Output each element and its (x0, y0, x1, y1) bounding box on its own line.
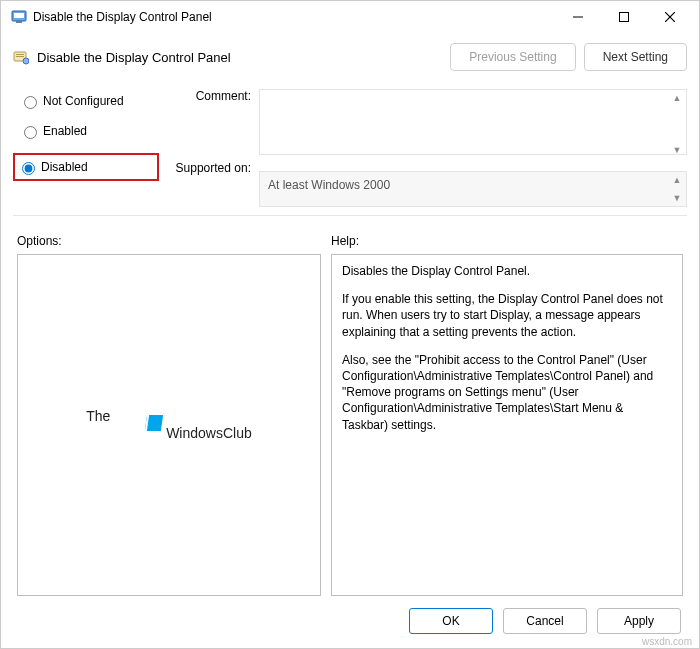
windows-logo-icon (145, 415, 163, 431)
next-setting-button[interactable]: Next Setting (584, 43, 687, 71)
cancel-button[interactable]: Cancel (503, 608, 587, 634)
watermark-line2: WindowsClub (166, 425, 252, 441)
policy-app-icon (11, 9, 27, 25)
supported-scroll[interactable]: ▲ ▼ (671, 175, 683, 203)
radio-enabled-label: Enabled (43, 124, 87, 138)
scroll-down-icon: ▼ (673, 145, 682, 155)
help-pane: Disables the Display Control Panel. If y… (331, 254, 683, 596)
comment-textarea[interactable] (259, 89, 687, 155)
comment-label: Comment: (159, 89, 259, 161)
radio-enabled[interactable]: Enabled (19, 123, 159, 139)
ok-button[interactable]: OK (409, 608, 493, 634)
maximize-button[interactable] (601, 2, 647, 32)
radio-disabled[interactable]: Disabled (13, 153, 159, 181)
panes: The WindowsClub Disables the Display Con… (1, 254, 699, 596)
help-paragraph-2: If you enable this setting, the Display … (342, 291, 672, 340)
close-button[interactable] (647, 2, 693, 32)
window-controls (555, 2, 693, 32)
comment-scroll[interactable]: ▲ ▼ (671, 93, 683, 155)
fields-column: ▲ ▼ At least Windows 2000 ▲ ▼ (259, 81, 687, 207)
previous-setting-button[interactable]: Previous Setting (450, 43, 575, 71)
policy-editor-window: Disable the Display Control Panel Disabl… (0, 0, 700, 649)
policy-item-icon (13, 49, 29, 65)
radio-not-configured[interactable]: Not Configured (19, 93, 159, 109)
supported-wrap: At least Windows 2000 ▲ ▼ (259, 171, 687, 207)
state-radio-group: Not Configured Enabled Disabled (19, 81, 159, 207)
svg-point-10 (23, 58, 29, 64)
radio-disabled-label: Disabled (41, 160, 88, 174)
options-label: Options: (17, 234, 331, 248)
scroll-up-icon: ▲ (673, 175, 682, 185)
config-area: Not Configured Enabled Disabled Comment:… (1, 77, 699, 207)
source-watermark: wsxdn.com (642, 636, 692, 647)
radio-enabled-input[interactable] (24, 126, 37, 139)
comment-wrap: ▲ ▼ (259, 89, 687, 159)
svg-rect-9 (16, 56, 24, 57)
section-labels: Options: Help: (1, 216, 699, 254)
scroll-down-icon: ▼ (673, 193, 682, 203)
supported-on-label: Supported on: (159, 161, 259, 175)
apply-button[interactable]: Apply (597, 608, 681, 634)
watermark: The WindowsClub (86, 408, 251, 442)
scroll-up-icon: ▲ (673, 93, 682, 103)
radio-disabled-input[interactable] (22, 162, 35, 175)
help-paragraph-3: Also, see the "Prohibit access to the Co… (342, 352, 672, 433)
svg-line-6 (665, 12, 675, 22)
dialog-buttons: OK Cancel Apply (1, 596, 699, 648)
header-row: Disable the Display Control Panel Previo… (1, 33, 699, 77)
titlebar: Disable the Display Control Panel (1, 1, 699, 33)
watermark-line1: The (86, 408, 251, 425)
policy-name: Disable the Display Control Panel (37, 50, 442, 65)
svg-line-5 (665, 12, 675, 22)
radio-not-configured-label: Not Configured (43, 94, 124, 108)
options-pane: The WindowsClub (17, 254, 321, 596)
radio-not-configured-input[interactable] (24, 96, 37, 109)
field-labels-column: Comment: Supported on: (159, 81, 259, 207)
supported-on-value: At least Windows 2000 (259, 171, 687, 207)
svg-rect-2 (16, 21, 22, 23)
minimize-button[interactable] (555, 2, 601, 32)
svg-rect-4 (620, 13, 629, 22)
svg-rect-8 (16, 54, 24, 55)
help-label: Help: (331, 234, 683, 248)
window-title: Disable the Display Control Panel (33, 10, 555, 24)
svg-rect-1 (14, 13, 24, 18)
help-paragraph-1: Disables the Display Control Panel. (342, 263, 672, 279)
